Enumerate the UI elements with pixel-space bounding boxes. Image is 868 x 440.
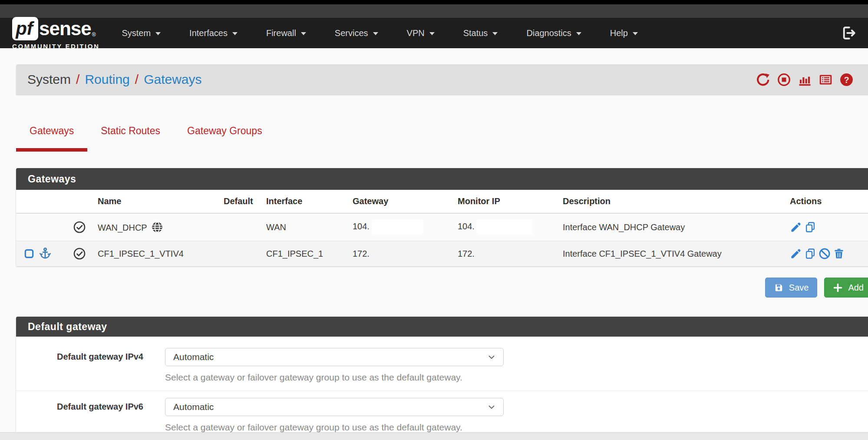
gateways-table: Name Default Interface Gateway Monitor I… <box>16 190 868 266</box>
chevron-down-icon <box>633 32 638 35</box>
default-gateway-ipv4-label: Default gateway IPv4 <box>16 348 143 383</box>
tab-static-routes[interactable]: Static Routes <box>87 122 174 152</box>
edit-icon[interactable] <box>790 221 802 233</box>
check-circle-icon <box>73 247 86 260</box>
selected-value: Automatic <box>173 402 214 412</box>
disable-icon[interactable] <box>818 248 831 260</box>
svg-text:?: ? <box>844 75 849 84</box>
default-gateway-ipv6-select[interactable]: Automatic <box>165 398 504 416</box>
chevron-down-icon <box>429 32 435 35</box>
monitor-ip: 172. <box>458 241 563 267</box>
monitor-ip: 104. <box>458 222 475 231</box>
table-header-row: Name Default Interface Gateway Monitor I… <box>16 190 868 213</box>
chevron-down-icon <box>576 32 581 35</box>
check-circle-icon <box>73 221 86 234</box>
gateway-interface: CF1_IPSEC_1 <box>266 241 353 267</box>
nav-item-label: Help <box>610 28 628 38</box>
gateway-address: 172. <box>353 241 458 267</box>
default-gateway-ipv4-help: Select a gateway or failover gateway gro… <box>165 372 504 383</box>
window-title-strip <box>0 4 868 18</box>
form-row-ipv6: Default gateway IPv6 Automatic Select a … <box>16 390 868 434</box>
default-gateway-ipv4-select[interactable]: Automatic <box>165 348 504 366</box>
nav-item-system[interactable]: System <box>107 23 175 43</box>
nav-item-label: VPN <box>407 28 425 38</box>
logout-icon[interactable] <box>841 25 857 41</box>
col-description: Description <box>563 190 790 213</box>
registered-mark: ® <box>92 32 96 38</box>
gateways-panel: Gateways Name Default Interface Gateway … <box>16 168 868 266</box>
selected-value: Automatic <box>173 352 214 362</box>
copy-icon[interactable] <box>804 248 816 260</box>
breadcrumb-system: System <box>27 72 71 87</box>
chart-bar-icon[interactable] <box>798 73 812 87</box>
redaction-box <box>477 220 532 235</box>
col-flags <box>16 190 98 213</box>
nav-item-diagnostics[interactable]: Diagnostics <box>512 23 595 43</box>
gateway-default-cell <box>224 213 266 241</box>
nav-menu: System Interfaces Firewall Services VPN … <box>107 23 652 43</box>
list-icon[interactable] <box>818 73 833 87</box>
add-button[interactable]: Add <box>824 278 868 298</box>
col-actions: Actions <box>790 190 868 213</box>
gateway-address: 104. <box>353 222 370 231</box>
breadcrumb: System / Routing / Gateways <box>16 64 868 95</box>
nav-item-label: Diagnostics <box>526 28 571 38</box>
nav-item-vpn[interactable]: VPN <box>393 23 449 43</box>
col-name: Name <box>98 190 224 213</box>
nav-item-label: Status <box>463 28 488 38</box>
chevron-down-icon <box>301 32 306 35</box>
tab-gateways[interactable]: Gateways <box>16 122 87 152</box>
breadcrumb-actions: ? <box>756 73 854 87</box>
chevron-down-icon <box>492 32 498 35</box>
tab-gateway-groups[interactable]: Gateway Groups <box>174 122 276 152</box>
chevron-down-icon <box>155 32 161 35</box>
nav-item-status[interactable]: Status <box>449 23 512 43</box>
edit-icon[interactable] <box>790 248 802 260</box>
gateway-interface: WAN <box>266 213 353 241</box>
square-marker-icon <box>23 248 35 259</box>
horizontal-scrollbar[interactable] <box>0 432 868 440</box>
pfsense-logo[interactable]: pf sense ® COMMUNITY EDITION <box>12 17 99 50</box>
save-button-label: Save <box>789 283 809 293</box>
default-gateway-ipv6-label: Default gateway IPv6 <box>16 398 143 433</box>
gateway-default-cell <box>224 241 266 267</box>
nav-item-label: System <box>122 28 151 38</box>
gateways-panel-title: Gateways <box>16 168 868 190</box>
gateway-description: Interface WAN_DHCP Gateway <box>563 213 790 241</box>
default-gateway-panel-title: Default gateway <box>16 317 868 337</box>
nav-item-help[interactable]: Help <box>596 23 652 43</box>
globe-icon <box>151 221 163 233</box>
nav-item-services[interactable]: Services <box>320 23 393 43</box>
default-gateway-panel: Default gateway Default gateway IPv4 Aut… <box>16 317 868 434</box>
pfsense-logo-subtitle: COMMUNITY EDITION <box>12 43 99 50</box>
table-row-cf1-ipsec: CF1_IPSEC_1_VTIV4 CF1_IPSEC_1 172. 172. … <box>16 241 868 267</box>
save-button[interactable]: Save <box>765 278 818 298</box>
pfsense-logo-pf: pf <box>12 17 38 40</box>
anchor-icon <box>39 247 52 260</box>
nav-item-label: Interfaces <box>189 28 228 38</box>
redaction-box <box>372 220 423 235</box>
save-icon <box>774 283 784 293</box>
delete-icon[interactable] <box>833 248 845 260</box>
breadcrumb-gateways[interactable]: Gateways <box>144 72 201 87</box>
breadcrumb-separator: / <box>76 72 79 87</box>
gateway-description: Interface CF1_IPSEC_1_VTIV4 Gateway <box>563 241 790 267</box>
col-interface: Interface <box>266 190 353 213</box>
breadcrumb-routing[interactable]: Routing <box>85 72 129 87</box>
actions-bar: Save Add <box>16 278 868 298</box>
stop-circle-icon[interactable] <box>777 73 791 87</box>
help-icon[interactable]: ? <box>839 73 854 87</box>
copy-icon[interactable] <box>804 221 816 233</box>
col-default: Default <box>224 190 266 213</box>
chevron-down-icon <box>487 402 496 412</box>
col-gateway: Gateway <box>353 190 458 213</box>
nav-item-label: Firewall <box>266 28 296 38</box>
tab-bar: Gateways Static Routes Gateway Groups <box>16 122 868 152</box>
refresh-icon[interactable] <box>756 73 770 87</box>
table-row-wan-dhcp: WAN_DHCP WAN 104. 104. Interface WAN_DHC <box>16 213 868 241</box>
nav-item-interfaces[interactable]: Interfaces <box>175 23 252 43</box>
nav-item-label: Services <box>335 28 368 38</box>
gateway-name: CF1_IPSEC_1_VTIV4 <box>98 241 224 267</box>
nav-item-firewall[interactable]: Firewall <box>252 23 320 43</box>
window-top-strip <box>0 0 868 4</box>
